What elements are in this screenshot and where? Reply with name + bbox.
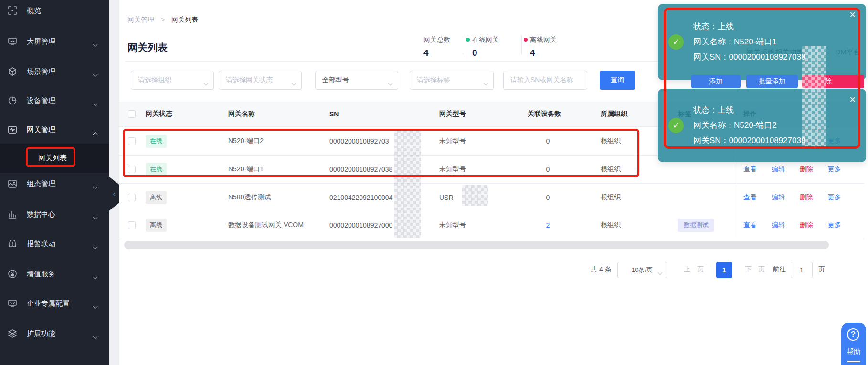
gateway-sn: 0000200010892703	[329, 137, 389, 145]
device-count: 0	[528, 194, 568, 201]
gateway-model: 未知型号	[439, 221, 466, 229]
sidebar-item-enterprise[interactable]: 企业专属配置	[0, 297, 109, 311]
chevron-down-icon	[93, 42, 98, 47]
gateway-name: N520-端口2	[228, 137, 264, 146]
status-badge: 离线	[146, 219, 167, 232]
row-checkbox[interactable]	[128, 166, 136, 173]
page-size-select[interactable]: 10条/页	[617, 262, 667, 278]
sidebar-item-alarm[interactable]: 报警联动	[0, 237, 109, 251]
sidebar-item-gateway-list[interactable]: 网关列表	[38, 154, 67, 163]
stat-online-label: 在线网关	[472, 36, 499, 43]
help-button[interactable]: ? 帮助	[841, 323, 866, 365]
gateway-org: 根组织	[601, 165, 621, 174]
sn-search-input[interactable]: 请输入SN或网关名称	[503, 71, 587, 90]
model-select[interactable]: 全部型号	[315, 71, 398, 90]
batch-add-button[interactable]: 批量添加	[746, 75, 798, 88]
close-icon[interactable]: ×	[849, 94, 856, 105]
chevron-down-icon	[93, 185, 98, 189]
value-service-icon	[8, 269, 17, 279]
configuration-icon	[8, 179, 17, 188]
gateway-org: 根组织	[601, 221, 621, 229]
scene-icon	[8, 67, 17, 76]
sidebar-item-bigscreen[interactable]: 大屏管理	[0, 35, 109, 49]
gateway-model: USR-	[439, 194, 455, 201]
gateway-sn: 00002000108927000	[329, 221, 392, 229]
breadcrumb-parent[interactable]: 网关管理	[127, 16, 154, 23]
app-screen: 概览 大屏管理 场景管理 设备管理 网	[0, 0, 868, 365]
stat-total: 网关总数 4	[423, 36, 450, 58]
delete-link[interactable]: 删除	[800, 165, 813, 173]
row-checkbox[interactable]	[128, 137, 136, 145]
sidebar-item-device[interactable]: 设备管理	[0, 94, 109, 108]
enterprise-icon	[8, 299, 17, 308]
sidebar-item-extension[interactable]: 扩展功能	[0, 327, 109, 341]
toast-gateway-sn: 网关SN：00002000108927038	[693, 50, 805, 65]
edit-link[interactable]: 编辑	[772, 165, 785, 173]
status-badge: 在线	[146, 135, 167, 148]
more-link[interactable]: 更多	[828, 221, 841, 229]
gateway-status-select[interactable]: 请选择网关状态	[219, 71, 302, 90]
tag-select[interactable]: 请选择标签	[410, 71, 494, 90]
goto-page-input[interactable]	[791, 262, 813, 278]
add-button[interactable]: 添加	[691, 75, 741, 88]
gateway-sn: 00002000108927038	[329, 166, 392, 173]
sidebar-item-overview[interactable]: 概览	[0, 4, 109, 18]
sidebar-item-label: 扩展功能	[27, 329, 55, 338]
sn-redaction-mosaic	[394, 130, 421, 238]
view-link[interactable]: 查看	[743, 165, 757, 173]
sidebar-item-label: 概览	[27, 6, 41, 15]
pagination-total: 共 4 条	[591, 265, 612, 274]
sidebar-item-scene[interactable]: 场景管理	[0, 65, 109, 79]
prev-page-button[interactable]: 上一页	[684, 265, 704, 274]
row-checkbox[interactable]	[128, 194, 136, 201]
stat-online-value: 0	[472, 48, 499, 58]
toast-sn-redaction-mosaic	[802, 46, 826, 149]
bigscreen-icon	[8, 37, 17, 46]
col-header-sn: SN	[329, 110, 339, 118]
stat-offline: 离线网关 4	[524, 36, 557, 58]
sidebar-item-label: 增值服务	[27, 270, 55, 279]
horizontal-scrollbar[interactable]	[124, 241, 829, 249]
col-header-devices: 关联设备数	[528, 110, 561, 118]
sidebar-item-label: 报警联动	[27, 240, 55, 249]
goto-suffix: 页	[818, 265, 825, 274]
delete-link[interactable]: 删除	[800, 221, 813, 229]
gateway-model: 未知型号	[439, 165, 466, 174]
extension-icon	[8, 329, 17, 338]
select-all-checkbox[interactable]	[128, 110, 136, 118]
tag-chip: 数据测试	[678, 219, 714, 232]
sidebar: 概览 大屏管理 场景管理 设备管理 网	[0, 0, 109, 365]
status-badge: 离线	[146, 191, 167, 204]
help-label: 帮助	[841, 347, 866, 356]
edit-link[interactable]: 编辑	[772, 193, 785, 201]
close-icon[interactable]: ×	[849, 10, 856, 20]
more-link[interactable]: 更多	[828, 193, 841, 201]
toast-gateway-sn: 网关SN：00002000108927038	[693, 133, 805, 148]
chevron-down-icon	[484, 81, 488, 86]
view-link[interactable]: 查看	[743, 193, 757, 201]
page-size-value: 10条/页	[632, 266, 653, 274]
org-select[interactable]: 请选择组织	[131, 71, 214, 90]
current-page-button[interactable]: 1	[716, 262, 732, 278]
offline-dot-icon	[524, 38, 528, 42]
tag-select-placeholder: 请选择标签	[417, 76, 450, 84]
sidebar-item-configuration[interactable]: 组态管理	[0, 177, 109, 191]
query-button[interactable]: 查询	[600, 71, 635, 90]
sidebar-item-datacenter[interactable]: 数据中心	[0, 208, 109, 222]
delete-link[interactable]: 删除	[800, 193, 813, 201]
more-link[interactable]: 更多	[828, 165, 841, 173]
gateway-name: 数据设备测试网关 VCOM	[228, 221, 304, 229]
chevron-down-icon	[204, 81, 209, 86]
gateway-name: N520-端口1	[228, 165, 264, 174]
device-count-link[interactable]: 2	[528, 221, 568, 229]
sidebar-item-value-service[interactable]: 增值服务	[0, 267, 109, 282]
row-checkbox[interactable]	[128, 221, 136, 229]
sidebar-item-gateway[interactable]: 网关管理	[0, 123, 109, 137]
view-link[interactable]: 查看	[743, 221, 757, 229]
next-page-button[interactable]: 下一页	[745, 265, 765, 274]
gateway-model: 未知型号	[439, 137, 466, 146]
sidebar-item-label: 组态管理	[27, 179, 55, 188]
breadcrumb-current: 网关列表	[171, 16, 198, 23]
sidebar-item-label: 场景管理	[27, 67, 55, 76]
edit-link[interactable]: 编辑	[772, 221, 785, 229]
